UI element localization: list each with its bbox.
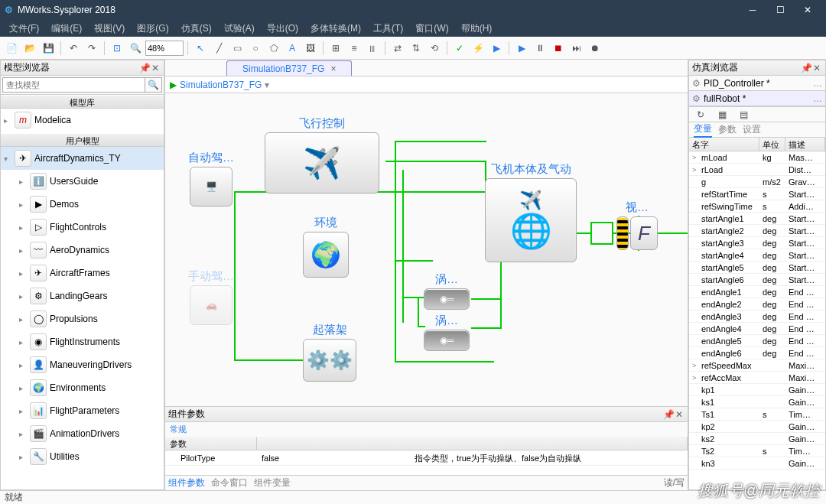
new-button[interactable]: 📄 (3, 40, 20, 57)
var-row[interactable]: endAngle6degEnd … (689, 347, 825, 359)
param-row[interactable]: PilotType false 指令类型，true为手动操纵、false为自动操… (165, 450, 688, 466)
var-row[interactable]: >rLoadDist… (689, 164, 825, 176)
sim-session-robot[interactable]: ⚙fullRobot *… (689, 91, 825, 106)
record-button[interactable]: ⏺ (587, 40, 603, 57)
rotate-button[interactable]: ⟲ (426, 40, 443, 57)
tree-item[interactable]: ▸✈AircraftFrames (1, 262, 164, 285)
block-environment[interactable]: 环境 🌍 (303, 216, 349, 278)
flip-v-button[interactable]: ⇅ (408, 40, 424, 57)
tree-item[interactable]: ▸◉FlightInstruments (1, 330, 164, 353)
translate-button[interactable]: ⚡ (470, 40, 486, 57)
menu-item[interactable]: 多体转换(M) (304, 21, 367, 37)
var-row[interactable]: startAngle2degStart… (689, 225, 825, 237)
zoom-in-button[interactable]: 🔍 (127, 40, 144, 57)
params-tab-regular[interactable]: 常规 (165, 422, 688, 437)
zoom-fit-button[interactable]: ⊡ (109, 40, 125, 57)
line-tool[interactable]: ╱ (210, 40, 227, 57)
stop-button[interactable]: ⏹ (550, 40, 567, 57)
search-input[interactable] (2, 77, 145, 93)
var-row[interactable]: endAngle2degEnd … (689, 298, 825, 311)
var-row[interactable]: startAngle5degStart… (689, 262, 825, 274)
var-row[interactable]: refStartTimesStart… (689, 188, 825, 200)
polygon-tool[interactable]: ⬠ (265, 40, 282, 57)
tree-item[interactable]: ▸ℹ️UsersGuide (1, 170, 164, 193)
pause-button[interactable]: ⏸ (532, 40, 548, 57)
subtab-params[interactable]: 参数 (718, 123, 737, 136)
check-button[interactable]: ✓ (451, 40, 468, 57)
var-row[interactable]: startAngle1degStart… (689, 213, 825, 225)
distribute-button[interactable]: ⫼ (364, 40, 381, 57)
simulate-button[interactable]: ▶ (488, 40, 505, 57)
save-button[interactable]: 💾 (40, 40, 57, 57)
menu-item[interactable]: 视图(V) (88, 21, 131, 37)
image-tool[interactable]: 🖼 (302, 40, 319, 57)
refresh-icon[interactable]: ↻ (692, 106, 709, 123)
var-row[interactable]: refSwingTimesAddi… (689, 200, 825, 213)
var-row[interactable]: Ts2sTim… (689, 445, 825, 457)
block-visualization[interactable]: 视… F (616, 200, 658, 250)
subtab-variables[interactable]: 变量 (694, 122, 712, 138)
bottom-tab-cmd[interactable]: 命令窗口 (211, 476, 248, 489)
menu-item[interactable]: 文件(F) (3, 21, 45, 37)
block-autopilot[interactable]: 自动驾… 🖥️ (188, 151, 234, 206)
menu-item[interactable]: 工具(T) (367, 21, 409, 37)
panel-close-icon[interactable]: ✕ (150, 63, 161, 73)
var-row[interactable]: endAngle4degEnd … (689, 323, 825, 335)
tab-simulation[interactable]: SimulationB737_FG × (226, 60, 352, 76)
var-row[interactable]: endAngle5degEnd … (689, 335, 825, 347)
tree-item[interactable]: ▾✈AircraftDynamics_TY (1, 147, 164, 170)
var-row[interactable]: startAngle6degStart… (689, 274, 825, 286)
diagram-canvas[interactable]: 自动驾… 🖥️ 手动驾… 🚗 飞行控制 ✈️ 环境 🌍 起落架 ⚙️⚙️ 涡… (165, 93, 688, 406)
tree-item[interactable]: ▸🔧Utilities (1, 445, 164, 468)
tree-item[interactable]: ▸⚙LandingGears (1, 285, 164, 307)
tree-item[interactable]: ▸🌍Environments (1, 376, 164, 399)
var-row[interactable]: gm/s2Grav… (689, 176, 825, 188)
expand-icon[interactable]: ▤ (735, 106, 752, 123)
block-manual[interactable]: 手动驾… 🚗 (188, 269, 234, 325)
tree-item-modelica[interactable]: ▸ m Modelica (1, 109, 164, 132)
var-row[interactable]: startAngle3degStart… (689, 237, 825, 249)
block-flightcontrol[interactable]: 飞行控制 ✈️ (265, 116, 379, 193)
panel-pin-icon[interactable]: 📌 (801, 63, 811, 73)
var-row[interactable]: ks2Gain… (689, 433, 825, 445)
bottom-tab-vars[interactable]: 组件变量 (254, 476, 291, 489)
tree-item[interactable]: ▸▷FlightControls (1, 216, 164, 239)
var-row[interactable]: >refSpeedMaxMaxi… (689, 359, 825, 372)
menu-item[interactable]: 编辑(E) (45, 21, 88, 37)
menu-item[interactable]: 窗口(W) (409, 21, 454, 37)
tree-item[interactable]: ▸▶Demos (1, 193, 164, 216)
tab-close-icon[interactable]: × (330, 63, 336, 74)
tree-item[interactable]: ▸👤ManeuveringDrivers (1, 353, 164, 376)
var-row[interactable]: endAngle1degEnd … (689, 286, 825, 298)
search-button[interactable]: 🔍 (145, 77, 162, 93)
tree-item[interactable]: ▸🎬AnimationDrivers (1, 422, 164, 445)
minimize-button[interactable]: ─ (739, 0, 766, 20)
flip-h-button[interactable]: ⇄ (389, 40, 406, 57)
var-row[interactable]: kp2Gain… (689, 421, 825, 433)
rect-tool[interactable]: ▭ (229, 40, 246, 57)
panel-pin-icon[interactable]: 📌 (139, 63, 150, 73)
subtab-settings[interactable]: 设置 (743, 123, 761, 136)
tree-item[interactable]: ▸◯Propulsions (1, 307, 164, 330)
tree-item[interactable]: ▸📊FlightParameters (1, 399, 164, 422)
menu-item[interactable]: 图形(G) (131, 21, 174, 37)
var-row[interactable]: ks1Gain… (689, 396, 825, 408)
var-row[interactable]: startAngle4degStart… (689, 249, 825, 262)
menu-item[interactable]: 仿真(S) (175, 21, 218, 37)
menu-item[interactable]: 帮助(H) (455, 21, 499, 37)
tree-item[interactable]: ▸〰AeroDynamics (1, 239, 164, 262)
block-aircraft-body[interactable]: 飞机本体及气动 ✈️🌐 (485, 162, 577, 262)
redo-button[interactable]: ↷ (83, 40, 100, 57)
open-button[interactable]: 📂 (21, 40, 38, 57)
filter-icon[interactable]: ▦ (714, 106, 730, 123)
zoom-input[interactable] (145, 41, 184, 56)
close-button[interactable]: ✕ (794, 0, 821, 20)
panel-pin-icon[interactable]: 📌 (663, 409, 674, 420)
step-button[interactable]: ⏭ (568, 40, 585, 57)
breadcrumb[interactable]: ▶ SimulationB737_FG ▾ (165, 76, 688, 93)
sim-session-pid[interactable]: ⚙PID_Controller *… (689, 76, 825, 91)
menu-item[interactable]: 试验(A) (218, 21, 261, 37)
var-row[interactable]: Ts1sTim… (689, 408, 825, 421)
arrow-tool[interactable]: ↖ (192, 40, 209, 57)
block-turbine2[interactable]: 涡… ◉═ (424, 314, 470, 351)
